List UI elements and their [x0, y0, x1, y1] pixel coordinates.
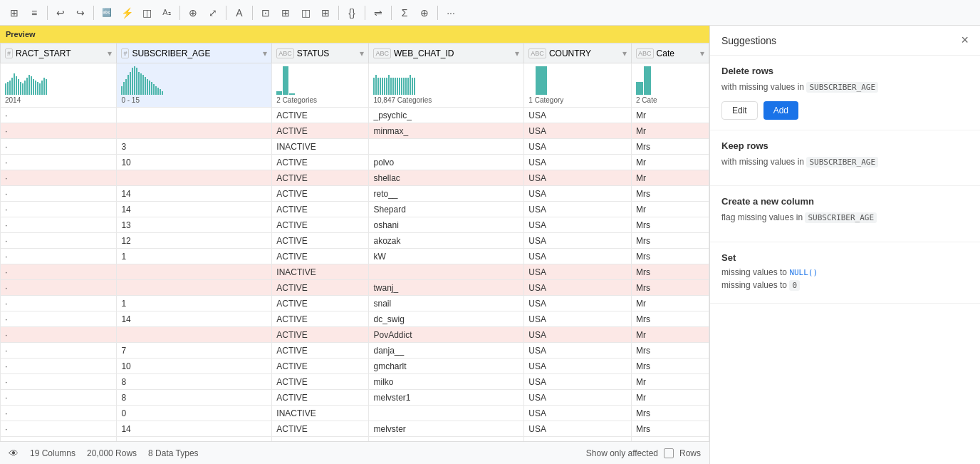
- sum-icon[interactable]: Σ: [396, 4, 413, 21]
- keep-rows-section: Keep rows with missing values in SUBSCRI…: [710, 130, 980, 187]
- cell-status: ACTIVE: [272, 170, 369, 186]
- cell-status: ACTIVE: [272, 280, 369, 296]
- cell-chat: [369, 406, 524, 421]
- cell-status: ACTIVE: [272, 155, 369, 170]
- cell-ract: ·: [1, 170, 117, 186]
- filter-icon[interactable]: ⇌: [370, 4, 387, 21]
- delete-rows-add-button[interactable]: Add: [763, 101, 798, 120]
- set-section: Set missing values to NULL() missing val…: [710, 242, 980, 304]
- set-item-zero: missing values to 0: [721, 280, 969, 290]
- cell-ract: ·: [1, 186, 117, 202]
- move-icon[interactable]: ⊕: [184, 4, 202, 21]
- toolbar: ⊞ ≡ ↩ ↪ 🔤 ⚡ ◫ A₂ ⊕ ⤢ A ⊡ ⊞ ◫ ⊞ {} ⇌ Σ ⊕ …: [0, 0, 980, 26]
- cell-cate: Mrs: [632, 217, 709, 233]
- col-cate[interactable]: ABC Cate ▾: [632, 43, 709, 63]
- divider-5: [252, 6, 253, 20]
- cell-cate: Mr: [632, 170, 709, 186]
- create-column-title: Create a new column: [721, 196, 969, 207]
- grid-icon[interactable]: ⊞: [6, 4, 23, 21]
- merge-icon[interactable]: ◫: [297, 4, 314, 21]
- table-row: ·13ACTIVEoshaniUSAMrs: [1, 217, 709, 233]
- redo-icon[interactable]: ↪: [72, 4, 89, 21]
- join-icon[interactable]: ⊞: [317, 4, 334, 21]
- cell-ract: ·: [1, 217, 117, 233]
- col-status-label: STATUS: [297, 48, 330, 58]
- menu-icon[interactable]: ≡: [26, 4, 43, 21]
- layout-icon[interactable]: ◫: [138, 4, 155, 21]
- cell-country: USA: [524, 202, 632, 217]
- table-icon[interactable]: ⊡: [257, 4, 274, 21]
- col-web-chat-type: ABC: [373, 48, 391, 58]
- cell-chat: reto__: [369, 186, 524, 202]
- col-subscriber-age[interactable]: # SUBSCRIBER_AGE ▾: [117, 43, 272, 63]
- col-web-chat-chevron[interactable]: ▾: [515, 48, 519, 58]
- col-cate-chevron[interactable]: ▾: [700, 48, 704, 58]
- code-icon[interactable]: {}: [343, 4, 360, 21]
- hist-country-bars: [528, 66, 627, 95]
- resize-icon[interactable]: ⤢: [204, 4, 221, 21]
- cell-age: [117, 327, 272, 343]
- split-icon[interactable]: ⊞: [277, 4, 294, 21]
- cell-ract: ·: [1, 155, 117, 170]
- cell-country: USA: [524, 217, 632, 233]
- cell-cate: Mrs: [632, 264, 709, 280]
- cell-status: ACTIVE: [272, 311, 369, 327]
- cell-chat: [369, 139, 524, 155]
- col-ract-start-chevron[interactable]: ▾: [108, 48, 112, 58]
- create-column-section: Create a new column flag missing values …: [710, 186, 980, 242]
- cell-status: ACTIVE: [272, 217, 369, 233]
- table-row: ·ACTIVEtwanj_USAMrs: [1, 280, 709, 296]
- hist-country-label: 1 Category: [528, 96, 627, 104]
- transform-icon[interactable]: 🔤: [98, 4, 115, 21]
- cell-country: USA: [524, 186, 632, 202]
- col-status[interactable]: ABC STATUS ▾: [272, 43, 369, 63]
- show-affected-checkbox[interactable]: [664, 448, 674, 458]
- col-ract-start[interactable]: # RACT_START ▾: [1, 43, 117, 63]
- show-affected-label: Show only affected: [586, 448, 658, 458]
- cell-country: USA: [524, 374, 632, 390]
- cell-status: ACTIVE: [272, 374, 369, 390]
- undo-icon[interactable]: ↩: [52, 4, 69, 21]
- cell-ract: ·: [1, 437, 117, 442]
- cell-ract: ·: [1, 123, 117, 139]
- cell-ract: ·: [1, 202, 117, 217]
- table-row: ·1ACTIVEkWUSAMrs: [1, 249, 709, 264]
- col-country[interactable]: ABC COUNTRY ▾: [524, 43, 632, 63]
- cell-country: USA: [524, 390, 632, 406]
- preview-bar: Preview: [0, 26, 709, 43]
- divider-1: [47, 6, 48, 20]
- more-icon[interactable]: ···: [442, 4, 459, 21]
- cell-chat: [369, 264, 524, 280]
- cell-ract: ·: [1, 421, 117, 437]
- table-area: Preview # RACT_START ▾: [0, 26, 709, 464]
- cell-chat: PovAddict: [369, 327, 524, 343]
- delete-rows-edit-button[interactable]: Edit: [721, 101, 758, 120]
- col-web-chat[interactable]: ABC WEB_CHAT_ID ▾: [369, 43, 524, 63]
- table-container[interactable]: # RACT_START ▾ # SUBSCRIBER_AGE ▾: [0, 43, 709, 441]
- set-null-link[interactable]: NULL(): [789, 268, 818, 277]
- table-row: ·ACTIVEPovAddictUSAMr: [1, 327, 709, 343]
- cell-cate: Mr: [632, 437, 709, 442]
- cell-age: 10: [117, 359, 272, 374]
- flash-icon[interactable]: ⚡: [118, 4, 135, 21]
- cell-cate: Mr: [632, 390, 709, 406]
- cell-country: USA: [524, 359, 632, 374]
- rows-label: Rows: [679, 448, 701, 458]
- rows-count: 20,000 Rows: [87, 448, 137, 458]
- cell-age: 12: [117, 233, 272, 249]
- col-status-chevron[interactable]: ▾: [360, 48, 364, 58]
- table-row: ·INACTIVEUSAMrs: [1, 264, 709, 280]
- col-country-chevron[interactable]: ▾: [622, 48, 627, 58]
- cell-chat: melvster: [369, 421, 524, 437]
- cell-status: ACTIVE: [272, 390, 369, 406]
- cell-status: ACTIVE: [272, 123, 369, 139]
- cell-ract: ·: [1, 406, 117, 421]
- col-subscriber-age-chevron[interactable]: ▾: [263, 48, 267, 58]
- cell-chat: akozak: [369, 233, 524, 249]
- text-icon[interactable]: A: [231, 4, 248, 21]
- cell-status: ACTIVE: [272, 233, 369, 249]
- close-button[interactable]: ×: [961, 33, 969, 48]
- sort-icon[interactable]: A₂: [158, 4, 175, 21]
- pivot-icon[interactable]: ⊕: [416, 4, 433, 21]
- col-subscriber-age-label: SUBSCRIBER_AGE: [132, 48, 210, 58]
